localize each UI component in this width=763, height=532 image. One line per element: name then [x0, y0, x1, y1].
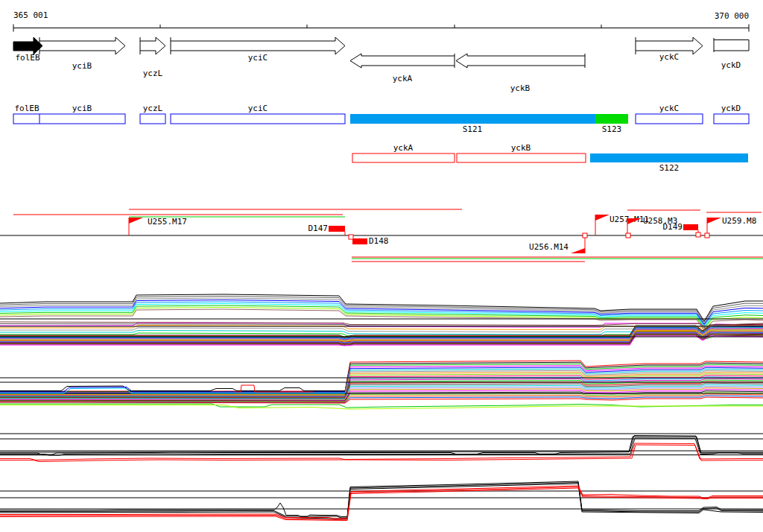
segment-bar[interactable] — [590, 153, 748, 162]
up-shift-flag-icon[interactable] — [595, 215, 610, 221]
shift-marker-label: U255.M17 — [148, 217, 187, 227]
gene-label: yciB — [72, 61, 92, 71]
segment-label: folEB — [14, 104, 39, 113]
gene-arrow-yciB[interactable] — [39, 37, 125, 54]
segment-box[interactable] — [352, 153, 455, 162]
segment-label: yckC — [659, 104, 680, 113]
genome-browser: 365 001 370 000 folEByciByczLyciCyckAyck… — [0, 0, 763, 532]
marker-square-icon[interactable] — [583, 233, 587, 238]
segment-label: yciB — [72, 104, 92, 113]
gene-label: yciC — [248, 53, 268, 63]
gene-arrow-folEB[interactable] — [13, 37, 42, 54]
down-shift-box-icon[interactable] — [352, 238, 367, 244]
marker-square-icon[interactable] — [349, 235, 353, 239]
down-shift-flag-icon[interactable] — [571, 248, 585, 253]
segment-box[interactable] — [13, 114, 125, 124]
shift-marker-label: D149 — [663, 222, 683, 232]
gene-arrow-yckA[interactable] — [350, 54, 455, 68]
up-shift-flag-icon[interactable] — [707, 218, 721, 224]
up-shift-flag-icon[interactable] — [129, 218, 143, 224]
marker-square-icon[interactable] — [696, 232, 700, 237]
gene-arrow-yciC[interactable] — [171, 37, 345, 54]
shift-marker-label: U256.M14 — [529, 242, 569, 252]
segment-box[interactable] — [636, 114, 703, 124]
gene-arrow-yczL[interactable] — [140, 37, 165, 54]
segment-box[interactable] — [171, 114, 345, 124]
ruler-start-label: 365 001 — [13, 10, 48, 20]
expression-profile-line — [0, 404, 763, 408]
expression-profile-line — [0, 386, 345, 391]
browser-canvas: 365 001 370 000 folEByciByczLyciCyckAyck… — [0, 0, 763, 532]
gene-label: yczL — [143, 69, 163, 78]
segment-label: yckA — [393, 143, 414, 153]
marker-square-icon[interactable] — [705, 233, 709, 238]
down-shift-box-icon[interactable] — [683, 224, 698, 230]
segment-bar[interactable] — [350, 114, 595, 124]
shift-marker-label: D147 — [308, 224, 329, 233]
gene-label: yckD — [721, 60, 741, 70]
segment-label: yckB — [511, 143, 531, 153]
segment-label: yczL — [143, 104, 163, 113]
marker-square-icon[interactable] — [626, 233, 630, 238]
gene-label: yckC — [659, 52, 680, 62]
gene-label: yckB — [510, 83, 531, 93]
shift-marker-label: U259.M8 — [722, 216, 756, 226]
segment-label: S121 — [463, 124, 483, 134]
gene-arrow-yckB[interactable] — [456, 54, 585, 68]
segment-box[interactable] — [457, 153, 586, 162]
down-shift-box-icon[interactable] — [329, 226, 345, 232]
ruler-end-label: 370 000 — [715, 11, 749, 21]
segment-label: S122 — [659, 163, 680, 173]
expression-profile-line — [0, 484, 763, 519]
segment-label: S123 — [602, 124, 622, 134]
segment-label: yciC — [248, 104, 268, 113]
segment-bar[interactable] — [595, 114, 628, 124]
gene-label: folEB — [15, 53, 39, 63]
shift-marker-label: D148 — [369, 236, 389, 246]
segment-box[interactable] — [714, 114, 749, 124]
gene-label: yckA — [393, 74, 413, 83]
segment-label: yckD — [721, 104, 741, 113]
segment-box[interactable] — [140, 114, 165, 124]
gene-arrow-yckD[interactable] — [714, 38, 749, 52]
